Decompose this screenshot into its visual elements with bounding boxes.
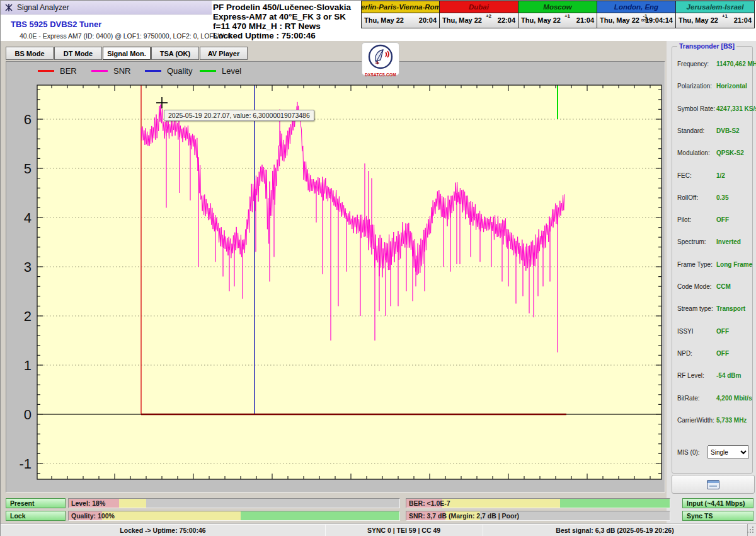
row-value: OFF <box>716 350 729 357</box>
row-value: 0.35 <box>716 194 728 201</box>
svg-text:3: 3 <box>24 259 32 275</box>
clock-date: Thu, May 22 <box>364 16 404 24</box>
clock-moscow: MoscowThu, May 2221:04+1 <box>518 1 597 28</box>
row-label: BitRate: <box>677 395 700 402</box>
transponder-row-npd-: NPD:OFF <box>677 350 748 359</box>
logo-text: DXSATCS.COM <box>362 73 399 77</box>
row-label: NPD: <box>677 350 692 357</box>
tab-bs-mode[interactable]: BS Mode <box>6 47 54 60</box>
mis-select[interactable]: Single <box>707 445 749 459</box>
lock-indicator: Lock <box>6 511 66 521</box>
svg-text:4: 4 <box>24 210 32 226</box>
clock-time-row: Thu, May 2220:04 <box>362 13 439 28</box>
clock-time-row: Thu, May 2221:04+1 <box>676 13 754 28</box>
clock-berlin-paris-vienna-roma: Berlin-Paris-Vienna-RomaThu, May 2220:04 <box>361 1 440 28</box>
bar-segment <box>560 499 670 508</box>
clock-date: Thu, May 22 <box>521 16 561 24</box>
bar-segment <box>442 499 560 508</box>
tab-dt-mode[interactable]: DT Mode <box>54 47 102 60</box>
row-value: 11470,462 MHz <box>716 61 756 67</box>
bar-label: BER: <1.0E-7 <box>409 499 450 507</box>
clock-title: Berlin-Paris-Vienna-Roma <box>362 1 439 13</box>
clock-utc-offset: +1 <box>722 14 728 18</box>
transponder-row-rolloff-: RollOff:0.35 <box>677 194 748 203</box>
header-line-frequency: f=11 470 MHz_H : RT News <box>213 21 370 31</box>
row-value: OFF <box>716 328 729 335</box>
clock-dubai: DubaiThu, May 2222:04+2 <box>440 1 518 28</box>
status-best-signal: Best signal: 6,3 dB (2025-05-19 20:26) <box>483 524 748 536</box>
window-title: Signal Analyzer <box>17 3 69 12</box>
svg-text:6: 6 <box>24 112 32 127</box>
row-label: RF Level: <box>677 372 704 379</box>
transponder-row-rf-level-: RF Level:-54 dBm <box>677 372 748 381</box>
transponder-row-bitrate-: BitRate:4,200 Mbit/s <box>677 395 748 404</box>
tab-tsa-ok-[interactable]: TSA (OK) <box>151 47 199 60</box>
transponder-row-frame-type-: Frame Type:Long Frame <box>677 261 748 270</box>
row-label: Frequency: <box>677 61 709 67</box>
row-value: DVB-S2 <box>716 127 740 134</box>
clock-jerusalem-israel: Jerusalem-IsraelThu, May 2221:04+1 <box>676 1 755 28</box>
transponder-row-stream-type-: Stream type:Transport <box>677 305 748 314</box>
row-label: Spectrum: <box>677 238 706 245</box>
snr-bar: SNR: 3,7 dB (Margin: 2,7 dB | Poor) <box>406 511 670 521</box>
input-bitrate-indicator: Input (~4,41 Mbps) <box>682 498 753 508</box>
ber-bar: BER: <1.0E-7 <box>406 498 670 508</box>
transponder-row-pilot-: Pilot:OFF <box>677 216 748 225</box>
clock-time: 20:04 <box>419 16 437 24</box>
groupbox-title: Transponder [BS] <box>677 42 736 50</box>
tuner-name: TBS 5925 DVBS2 Tuner <box>11 20 101 29</box>
bar-label: Quality: 100% <box>71 512 115 520</box>
transponder-row-standard-: Standard:DVB-S2 <box>677 127 748 136</box>
clock-title: Jerusalem-Israel <box>676 1 754 13</box>
clock-title: Moscow <box>518 1 597 13</box>
bar-label: Level: 18% <box>71 499 105 507</box>
transponder-row-code-mode-: Code Mode:CCM <box>677 283 748 292</box>
row-value: Horizontal <box>716 83 747 90</box>
chart-tooltip: 2025-05-19 20.27.07, value: 6,3000001907… <box>164 110 314 121</box>
capture-button[interactable] <box>672 475 755 494</box>
clock-time-row: Thu, May 2219:04:14-1DST <box>597 13 675 28</box>
transponder-row-issyi: ISSYIOFF <box>677 328 748 337</box>
bar-label: SNR: 3,7 dB (Margin: 2,7 dB | Poor) <box>409 512 519 520</box>
mode-tabs: BS ModeDT ModeSignal Mon.TSA (OK)AV Play… <box>6 47 248 60</box>
transponder-sidebar: Transponder [BS] Frequency:11470,462 MHz… <box>667 41 756 536</box>
status-sync-counters: SYNC 0 | TEI 59 | CC 49 <box>325 524 483 536</box>
row-value: Inverted <box>716 238 741 245</box>
tab-av-player[interactable]: AV Player <box>200 47 248 60</box>
drive-icon <box>707 480 719 489</box>
status-uptime: Locked -> Uptime: 75:00:46 <box>1 524 326 536</box>
svg-text:-1: -1 <box>19 456 32 472</box>
row-label: FEC: <box>677 172 692 179</box>
transponder-row-spectrum-: Spectrum:Inverted <box>677 238 748 247</box>
clock-utc-offset: -1DST <box>641 14 649 23</box>
tab-signal-mon-[interactable]: Signal Mon. <box>103 47 151 60</box>
clock-title: Dubai <box>440 1 518 13</box>
row-label: Stream type: <box>677 305 713 312</box>
row-value: QPSK-S2 <box>716 149 744 156</box>
snr-chart[interactable]: 6543210-1 <box>6 62 665 492</box>
window-titlebar[interactable]: Signal Analyzer <box>1 1 212 15</box>
clock-date: Thu, May 22 <box>600 16 639 24</box>
clock-time: 22:04 <box>498 16 515 24</box>
resize-grip[interactable] <box>746 525 754 533</box>
antenna-header: PF Prodelin 450/Lučenec-Slovakia Express… <box>213 3 370 40</box>
transponder-row-fec-: FEC:1/2 <box>677 172 748 181</box>
status-bar: Locked -> Uptime: 75:00:46 SYNC 0 | TEI … <box>1 523 756 536</box>
quality-bar: Quality: 100% <box>68 511 400 521</box>
app-icon <box>4 3 13 12</box>
clock-time: 19:04:14 <box>645 16 673 24</box>
clock-time: 21:04 <box>576 16 594 24</box>
transponder-row-modulation-: Modulation:QPSK-S2 <box>677 149 748 158</box>
transponder-row-symbol-rate-: Symbol Rate:4247,331 KS/s <box>677 105 748 114</box>
row-label: Code Mode: <box>677 283 711 290</box>
row-value: Long Frame <box>716 261 752 268</box>
row-label: Standard: <box>677 127 704 134</box>
row-label: Symbol Rate: <box>677 105 715 112</box>
row-value: 5,733 MHz <box>716 417 747 424</box>
row-label: RollOff: <box>677 194 698 201</box>
transponder-groupbox: Transponder [BS] Frequency:11470,462 MHz… <box>672 46 753 474</box>
svg-text:0: 0 <box>24 407 32 422</box>
clock-title: London, Eng <box>597 1 675 13</box>
present-indicator: Present <box>6 498 66 508</box>
row-value: -54 dBm <box>716 372 741 379</box>
